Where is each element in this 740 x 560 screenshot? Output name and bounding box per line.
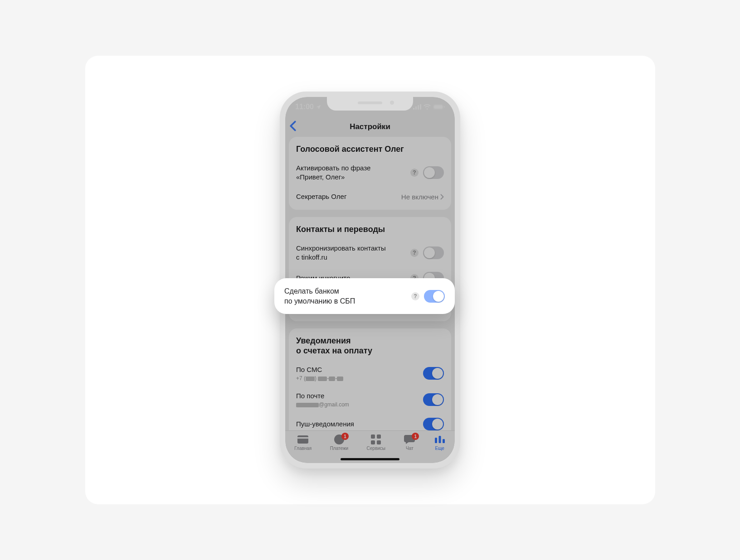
tab-services[interactable]: Сервисы [367, 434, 385, 451]
sbp-label: Сделать банком по умолчанию в СБП [284, 286, 408, 306]
svg-rect-2 [418, 105, 419, 110]
svg-rect-15 [438, 436, 441, 443]
row-secretary[interactable]: Секретарь Олег Не включен [296, 188, 444, 208]
email-toggle[interactable] [423, 393, 444, 406]
help-icon[interactable]: ? [410, 249, 419, 257]
row-activate-phrase: Активировать по фразе «Привет, Олег» ? [296, 160, 444, 188]
chat-icon: 1 [404, 434, 415, 444]
sync-contacts-toggle[interactable] [423, 246, 444, 259]
sbp-toggle[interactable] [424, 290, 445, 303]
tab-more[interactable]: Еще [434, 434, 446, 451]
group-notifications: Уведомления о счетах на оплату По СМС +7… [289, 328, 451, 439]
wifi-icon [424, 104, 431, 110]
push-label: Пуш-уведомления [296, 420, 419, 429]
push-toggle[interactable] [423, 418, 444, 430]
help-icon[interactable]: ? [411, 292, 419, 300]
image-card: 11:00 Настройки Голосовой ассистент Олег… [85, 56, 655, 504]
secretary-value-wrap: Не включен [401, 193, 444, 201]
chat-badge: 1 [412, 433, 419, 440]
phone-wrap: 11:00 Настройки Голосовой ассистент Олег… [280, 92, 460, 468]
card-icon [297, 434, 309, 444]
battery-icon [433, 104, 445, 110]
back-button[interactable] [289, 121, 297, 133]
activate-phrase-label: Активировать по фразе «Привет, Олег» [296, 164, 407, 182]
email-sub: @gmail.com [296, 401, 419, 408]
tab-chat-label: Чат [406, 446, 414, 451]
secretary-value: Не включен [401, 193, 438, 201]
tab-chat[interactable]: 1 Чат [404, 434, 415, 451]
cellular-icon [413, 104, 421, 110]
svg-rect-0 [413, 108, 414, 110]
svg-rect-14 [435, 438, 437, 443]
secretary-label: Секретарь Олег [296, 192, 398, 201]
svg-rect-12 [371, 440, 375, 444]
help-icon[interactable]: ? [410, 169, 419, 177]
svg-rect-3 [420, 104, 421, 110]
svg-rect-8 [297, 437, 308, 439]
status-left: 11:00 [295, 103, 321, 111]
svg-rect-10 [371, 434, 375, 439]
grid-icon [370, 434, 382, 444]
tab-payments[interactable]: 1 Платежи [330, 434, 349, 451]
svg-rect-16 [443, 439, 445, 443]
tab-payments-label: Платежи [330, 446, 349, 451]
sync-contacts-label: Синхронизировать контакты с tinkoff.ru [296, 244, 407, 262]
nav-bar: Настройки [285, 117, 455, 137]
group-assistant: Голосовой ассистент Олег Активировать по… [289, 137, 451, 210]
group-contacts-title: Контакты и переводы [296, 224, 444, 235]
svg-rect-11 [377, 434, 381, 439]
sms-sub: +7 () -- [296, 375, 419, 381]
tab-home[interactable]: Главная [294, 434, 312, 451]
svg-rect-7 [297, 435, 308, 444]
phone-notch [327, 97, 413, 111]
row-sms: По СМС +7 () -- [296, 362, 444, 388]
tab-home-label: Главная [294, 446, 312, 451]
group-assistant-title: Голосовой ассистент Олег [296, 144, 444, 154]
row-sync-contacts: Синхронизировать контакты с tinkoff.ru ? [296, 240, 444, 269]
ruble-circle-icon: 1 [333, 434, 345, 444]
status-right [413, 104, 445, 110]
svg-rect-5 [434, 105, 443, 109]
chevron-left-icon [289, 121, 297, 131]
sms-label: По СМС [296, 365, 419, 374]
chevron-right-icon [440, 194, 444, 200]
group-notifications-title: Уведомления о счетах на оплату [296, 336, 444, 356]
email-label: По почте [296, 391, 419, 401]
tab-more-label: Еще [435, 446, 444, 451]
payments-badge: 1 [341, 433, 349, 440]
svg-rect-1 [415, 106, 417, 110]
bars-icon [434, 434, 446, 444]
svg-rect-13 [377, 440, 381, 444]
nav-title: Настройки [285, 122, 455, 131]
highlight-sbp-row: Сделать банком по умолчанию в СБП ? [274, 278, 455, 314]
location-arrow-icon [316, 104, 321, 110]
tab-services-label: Сервисы [367, 446, 385, 451]
svg-rect-6 [444, 106, 445, 108]
home-indicator[interactable] [341, 458, 399, 460]
sms-toggle[interactable] [423, 367, 444, 380]
status-time: 11:00 [295, 103, 314, 111]
row-email: По почте @gmail.com [296, 388, 444, 414]
activate-phrase-toggle[interactable] [423, 166, 444, 179]
